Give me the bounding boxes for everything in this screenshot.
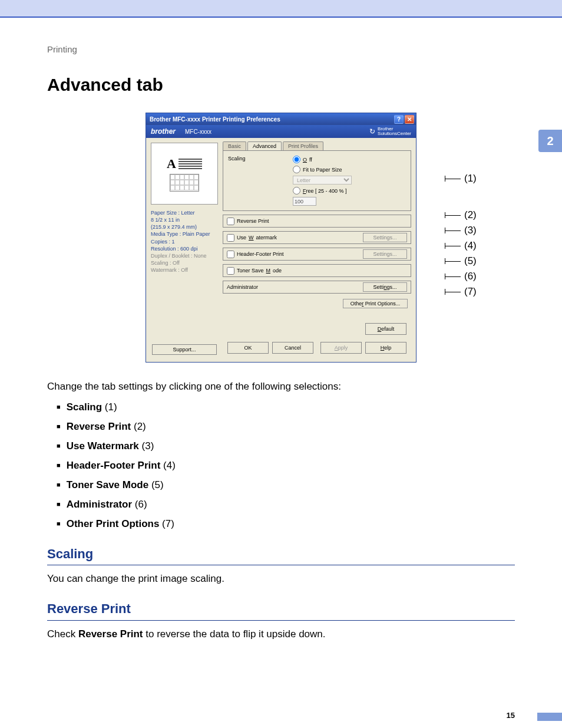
header-footer-settings-button[interactable]: Settings... xyxy=(363,249,407,259)
header-footer-row: Header-Footer Print Settings... xyxy=(223,248,411,261)
page-number: 15 xyxy=(507,711,515,720)
page-number-accent xyxy=(537,713,562,721)
administrator-row: Administrator Settings... xyxy=(223,281,411,294)
tabs: Basic Advanced Print Profiles xyxy=(223,141,411,150)
settings-list: Scaling (1) Reverse Print (2) Use Waterm… xyxy=(57,401,515,531)
fit-size-select[interactable]: Letter xyxy=(293,176,352,185)
solutions-center-link[interactable]: Brother SolutionsCenter xyxy=(369,127,411,136)
intro-text: Change the tab settings by clicking one … xyxy=(47,380,515,394)
reverse-print-heading: Reverse Print xyxy=(47,600,515,621)
tab-print-profiles[interactable]: Print Profiles xyxy=(283,141,323,150)
dialog-buttons: OK Cancel Apply Help xyxy=(223,338,411,357)
preview-pane: A Paper Size : Letter 8 1/2 x 11 in (215… xyxy=(146,138,223,362)
chapter-marker: 2 xyxy=(538,130,562,152)
other-print-options-button[interactable]: Other Print Options... xyxy=(343,299,408,308)
scaling-paragraph: You can change the print image scaling. xyxy=(47,572,515,586)
callout-7: (7) xyxy=(464,286,477,298)
dialog-titlebar: Brother MFC-xxxx Printer Printing Prefer… xyxy=(146,113,416,125)
scaling-off-radio[interactable]: OOffff xyxy=(293,156,352,163)
brand-bar: brother MFC-xxxx Brother SolutionsCenter xyxy=(146,125,416,138)
breadcrumb: Printing xyxy=(47,44,515,54)
scaling-free-radio[interactable]: Free [ 25 - 400 % ] xyxy=(293,187,352,195)
model-label: MFC-xxxx xyxy=(185,129,211,135)
header-footer-checkbox[interactable]: Header-Footer Print xyxy=(227,251,284,258)
other-options-row: Other Print Options... xyxy=(223,297,411,310)
administrator-label: Administrator xyxy=(227,284,258,290)
advanced-panel: Scaling OOffff Fit to Paper Size Letter … xyxy=(223,150,411,211)
administrator-settings-button[interactable]: Settings... xyxy=(363,282,407,292)
callout-4: (4) xyxy=(464,240,477,252)
scaling-label: Scaling xyxy=(228,156,293,206)
scaling-fit-radio[interactable]: Fit to Paper Size xyxy=(293,166,352,173)
scaling-heading: Scaling xyxy=(47,545,515,566)
ok-button[interactable]: OK xyxy=(227,342,269,354)
printing-preferences-dialog: Brother MFC-xxxx Printer Printing Prefer… xyxy=(146,113,416,363)
preview-info: Paper Size : Letter 8 1/2 x 11 in (215.9… xyxy=(151,209,218,274)
apply-button[interactable]: Apply xyxy=(320,342,362,354)
reverse-print-row: Reverse Print xyxy=(223,215,411,228)
callout-2: (2) xyxy=(464,209,477,221)
watermark-settings-button[interactable]: Settings... xyxy=(363,233,407,242)
use-watermark-checkbox[interactable]: Use Watermark xyxy=(227,234,277,242)
reverse-print-checkbox[interactable]: Reverse Print xyxy=(227,218,269,225)
close-icon[interactable]: ✕ xyxy=(405,115,414,124)
tab-basic[interactable]: Basic xyxy=(223,141,246,150)
help-button[interactable]: Help xyxy=(365,342,406,354)
tab-advanced[interactable]: Advanced xyxy=(247,141,282,150)
page-preview: A xyxy=(151,143,218,205)
top-accent-bar xyxy=(0,0,562,18)
cancel-button[interactable]: Cancel xyxy=(272,342,313,354)
toner-save-row: Toner Save Mode xyxy=(223,264,411,277)
toner-save-checkbox[interactable]: Toner Save Mode xyxy=(227,267,282,275)
page-title: Advanced tab xyxy=(47,75,515,95)
free-percent-input[interactable] xyxy=(293,197,316,206)
callout-6: (6) xyxy=(464,271,477,282)
brother-logo: brother xyxy=(151,127,176,136)
default-button[interactable]: Default xyxy=(365,323,406,335)
callout-1: (1) xyxy=(464,173,477,185)
help-icon[interactable]: ? xyxy=(394,115,404,124)
callout-5: (5) xyxy=(464,255,477,267)
reverse-print-paragraph: Check Reverse Print to reverse the data … xyxy=(47,628,515,641)
support-button[interactable]: Support... xyxy=(152,344,217,355)
dialog-title: Brother MFC-xxxx Printer Printing Prefer… xyxy=(150,116,280,123)
use-watermark-row: Use Watermark Settings... xyxy=(223,231,411,244)
callout-3: (3) xyxy=(464,225,477,236)
